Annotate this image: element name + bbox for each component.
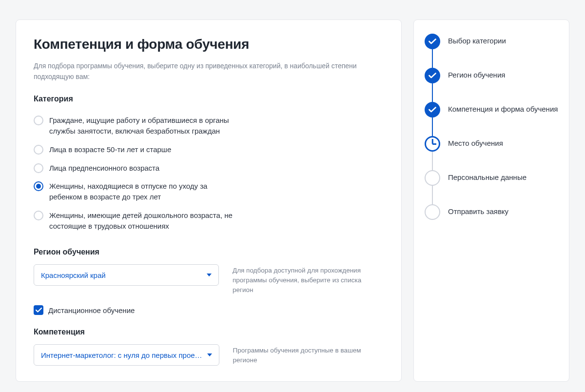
step-label: Отправить заявку (448, 204, 508, 216)
competence-select[interactable]: Интернет-маркетолог: с нуля до первых пр… (34, 344, 219, 366)
competence-hint: Программы обучения доступные в вашем рег… (233, 344, 365, 365)
step-0[interactable]: Выбор категории (425, 34, 558, 68)
radio-label: Женщины, имеющие детей дошкольного возра… (49, 210, 238, 232)
stepper: Выбор категорииРегион обученияКомпетенци… (425, 34, 558, 220)
circle-icon (425, 170, 440, 186)
radio-label: Лица в возрасте 50-ти лет и старше (49, 144, 171, 155)
remote-learning-checkbox[interactable]: Дистанционное обучение (34, 305, 384, 315)
competence-select-value: Интернет-маркетолог: с нуля до первых пр… (41, 351, 202, 359)
category-radio-4[interactable]: Женщины, имеющие детей дошкольного возра… (34, 206, 238, 235)
radio-icon (34, 163, 43, 173)
radio-label: Лица предпенсионного возраста (49, 163, 159, 174)
step-5[interactable]: Отправить заявку (425, 204, 558, 220)
category-radio-group: Граждане, ищущие работу и обратившиеся в… (34, 111, 384, 235)
step-label: Место обучения (448, 136, 503, 148)
radio-icon (34, 145, 43, 155)
step-label: Компетенция и форма обучения (448, 102, 558, 114)
step-1[interactable]: Регион обучения (425, 68, 558, 102)
check-icon (425, 102, 440, 118)
region-hint: Для подбора доступной для прохождения пр… (233, 264, 364, 294)
circle-icon (425, 204, 440, 220)
category-radio-3[interactable]: Женщины, находящиеся в отпуске по уходу … (34, 177, 238, 206)
clock-icon (425, 136, 440, 152)
radio-icon (34, 211, 43, 220)
check-icon (425, 34, 440, 49)
step-4[interactable]: Персональные данные (425, 170, 558, 204)
step-3[interactable]: Место обучения (425, 136, 558, 170)
chevron-down-icon (207, 274, 212, 276)
main-form-card: Компетенция и форма обучения Для подбора… (16, 20, 402, 382)
category-radio-2[interactable]: Лица предпенсионного возраста (34, 159, 238, 177)
intro-text: Для подбора программы обучения, выберите… (34, 61, 384, 82)
step-label: Персональные данные (448, 170, 526, 182)
radio-label: Женщины, находящиеся в отпуске по уходу … (49, 181, 238, 202)
category-heading: Категория (34, 95, 384, 103)
step-2[interactable]: Компетенция и форма обучения (425, 102, 558, 136)
check-icon (425, 68, 440, 83)
radio-icon (34, 181, 43, 191)
radio-icon (34, 116, 43, 125)
checkbox-checked-icon (34, 305, 43, 315)
region-select-value: Красноярский край (41, 271, 106, 279)
page-title: Компетенция и форма обучения (34, 37, 384, 52)
category-radio-0[interactable]: Граждане, ищущие работу и обратившиеся в… (34, 111, 238, 140)
step-label: Выбор категории (448, 34, 506, 46)
chevron-down-icon (207, 353, 212, 356)
category-radio-1[interactable]: Лица в возрасте 50-ти лет и старше (34, 140, 238, 159)
region-heading: Регион обучения (34, 248, 384, 256)
competence-heading: Компетенция (34, 328, 384, 336)
step-label: Регион обучения (448, 68, 505, 80)
stepper-card: Выбор категорииРегион обученияКомпетенци… (413, 20, 569, 382)
radio-label: Граждане, ищущие работу и обратившиеся в… (49, 115, 238, 137)
remote-learning-label: Дистанционное обучение (48, 306, 135, 314)
region-select[interactable]: Красноярский край (34, 264, 219, 286)
